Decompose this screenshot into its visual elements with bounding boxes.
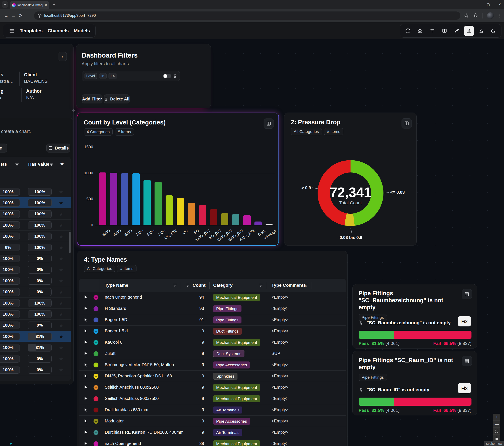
fix-button[interactable]: Fix — [458, 316, 471, 326]
browser-menu-icon[interactable] — [498, 13, 502, 18]
new-tab-button[interactable]: + — [53, 2, 55, 7]
fix-button[interactable]: Fix — [458, 383, 471, 393]
parameter-row[interactable]: 100% 100% ★ — [0, 186, 71, 197]
show-table-button[interactable] — [462, 356, 472, 366]
favorite-star-icon[interactable]: ★ — [59, 189, 64, 195]
favorite-star-icon[interactable]: ★ — [59, 356, 64, 362]
info-button[interactable] — [403, 26, 413, 36]
parameter-row[interactable]: 100% 0% ★ — [0, 253, 71, 264]
expand-panel-button[interactable]: › — [58, 52, 67, 61]
bar-5.OG[interactable] — [99, 172, 106, 225]
hamburger-menu-icon[interactable] — [9, 28, 15, 34]
parameter-row[interactable]: 100% 0% ★ — [0, 353, 71, 364]
type-row[interactable]: + Dralldurchlass 630 mm 9 Air Terminals … — [79, 404, 346, 416]
delete-filter-trash-icon[interactable] — [173, 73, 178, 79]
lock-button[interactable] — [493, 435, 500, 442]
type-row[interactable]: + Seitlich Anschluss 800x7500 9 Mechanic… — [79, 393, 346, 404]
favorite-star-icon[interactable]: ★ — [59, 367, 64, 373]
filter-toggle[interactable] — [163, 74, 171, 78]
sidebar-scrollbar[interactable] — [69, 232, 71, 253]
bar-1.OG_BT2[interactable] — [199, 205, 206, 225]
favorite-star-icon[interactable]: ★ — [59, 345, 64, 351]
parameter-row[interactable]: 100% 0% ★ — [0, 320, 71, 331]
back-icon[interactable]: ← — [2, 13, 10, 18]
parameter-row[interactable]: 100% 100% ★ — [0, 309, 71, 320]
items-chip[interactable]: # Items — [117, 265, 136, 272]
bar-4.OG[interactable] — [110, 173, 117, 225]
filter-operator-chip[interactable]: In — [99, 73, 107, 79]
type-row[interactable]: + Strömungsverteiler DN15-50, Muffen 9 P… — [79, 359, 346, 371]
type-row[interactable]: + Bogen 1.5 d 9 Duct Fittings <Empty> — [79, 326, 346, 337]
favorite-star-icon[interactable]: ★ — [59, 323, 64, 328]
type-row[interactable]: + nach Oben gehend 88 Mechanical Equipme… — [79, 438, 346, 446]
parameter-row[interactable]: 100% 0% ★ — [0, 275, 71, 286]
type-row[interactable]: + KaCool 6 9 Mechanical Equipment <Empty… — [79, 337, 346, 348]
comments-filter-icon[interactable] — [304, 284, 308, 287]
delete-all-button[interactable]: Delete All — [104, 95, 130, 103]
parameter-row[interactable]: 100% 100% ★ — [0, 197, 71, 208]
charts-button[interactable] — [464, 26, 474, 36]
bar-2.OG[interactable] — [132, 173, 140, 225]
favorite-star-icon[interactable]: ★ — [59, 289, 64, 295]
bar-EG[interactable] — [188, 203, 195, 225]
favorite-star-icon[interactable]: ★ — [59, 311, 64, 317]
show-table-button[interactable] — [401, 118, 412, 128]
table-filter-row[interactable] — [0, 169, 71, 186]
dark-mode-button[interactable] — [488, 26, 499, 36]
nav-item-models[interactable]: Models — [74, 28, 90, 34]
svelte-flow-attribution[interactable]: Svelte Flow — [484, 441, 504, 446]
parameter-row[interactable]: 100% 31% ★ — [0, 331, 71, 342]
exists-filter-icon[interactable] — [15, 162, 19, 167]
window-close-icon[interactable]: ✕ — [498, 2, 501, 6]
bar-4.OG_BT2[interactable] — [243, 215, 251, 225]
window-maximize-icon[interactable]: ▢ — [487, 2, 490, 6]
nav-item-channels[interactable]: Channels — [48, 28, 69, 34]
type-row[interactable]: + Durchlass RE Kasten RU DN200, 400mm 9 … — [79, 427, 346, 438]
zoom-in-button[interactable]: + — [493, 414, 500, 421]
nav-item-templates[interactable]: Templates — [20, 28, 42, 34]
bar-3.OG[interactable] — [121, 173, 128, 225]
site-info-icon[interactable] — [37, 14, 42, 18]
zoom-out-button[interactable]: — — [493, 421, 500, 428]
favorite-star-icon[interactable]: ★ — [59, 234, 64, 240]
favorite-star-icon[interactable]: ★ — [59, 267, 64, 273]
home-button[interactable] — [415, 26, 425, 36]
show-table-button[interactable] — [462, 289, 472, 299]
split-view-button[interactable] — [439, 26, 450, 36]
category-filter-icon[interactable] — [258, 284, 263, 287]
fit-view-button[interactable] — [493, 428, 500, 435]
filter-button[interactable] — [427, 26, 437, 36]
favorite-star-icon[interactable]: ★ — [59, 200, 64, 206]
favorite-star-icon[interactable]: ★ — [59, 245, 64, 251]
favorite-star-icon[interactable]: ★ — [59, 278, 64, 284]
browser-tab[interactable]: localhost:5173/app?port=7290 ✕ — [10, 1, 49, 9]
bar-EG_BT2[interactable] — [210, 209, 217, 225]
favorite-star-icon[interactable]: ★ — [59, 211, 64, 217]
parameter-row[interactable]: 100% 0% ★ — [0, 287, 71, 298]
bar-2.OG_BT2[interactable] — [221, 213, 228, 225]
tools-button[interactable] — [452, 26, 462, 36]
filter-field-chip[interactable]: Level — [84, 73, 97, 79]
bookmark-star-icon[interactable] — [464, 13, 469, 18]
type-row[interactable]: + DN25, Preaction Sprinkler DS1 - 68 9 S… — [79, 371, 346, 382]
favorite-star-icon[interactable]: ★ — [59, 300, 64, 306]
parameter-row[interactable]: 100% 100% ★ — [0, 298, 71, 309]
extensions-puzzle-icon[interactable] — [473, 13, 478, 18]
categories-chip[interactable]: All Categories — [291, 128, 322, 135]
reload-icon[interactable]: ⟳ — [17, 13, 24, 18]
favorite-star-icon[interactable]: ★ — [59, 334, 64, 340]
profile-avatar[interactable] — [487, 12, 494, 19]
type-name-filter-icon[interactable] — [173, 284, 177, 287]
bar-1.OG[interactable] — [155, 182, 162, 225]
window-minimize-icon[interactable]: — — [475, 3, 478, 6]
type-row[interactable]: + nach Unten gehend 94 Mechanical Equipm… — [79, 292, 346, 303]
tab-search-button[interactable] — [2, 1, 8, 8]
add-filter-button[interactable]: Add Filter — [82, 95, 103, 103]
favorite-star-icon[interactable]: ★ — [59, 222, 64, 228]
parameter-row[interactable]: 100% 31% ★ — [0, 342, 71, 353]
type-row[interactable]: + Seitlich Anschluss 800x2500 9 Mechanic… — [79, 382, 346, 393]
has-value-filter-icon[interactable] — [49, 162, 54, 167]
bar-UG_BT2[interactable] — [166, 195, 173, 225]
clipped-action-button[interactable]: nce — [0, 144, 7, 153]
url-bar[interactable]: localhost:5173/app?port=7290 — [34, 12, 460, 20]
